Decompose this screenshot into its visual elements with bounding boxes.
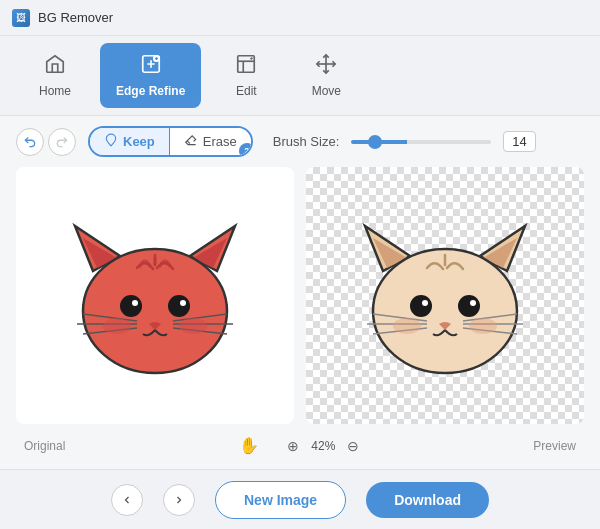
zoom-level: 42% [311, 439, 335, 453]
move-icon [315, 53, 337, 80]
download-button[interactable]: Download [366, 482, 489, 518]
nav-item-home[interactable]: Home [20, 43, 90, 108]
erase-label: Erase [203, 134, 237, 149]
next-button[interactable] [163, 484, 195, 516]
svg-point-14 [168, 295, 190, 317]
preview-cat-image [340, 206, 550, 386]
edge-refine-icon [140, 53, 162, 80]
status-bar: Original ✋ ⊕ 42% ⊖ Preview [16, 432, 584, 459]
svg-point-32 [422, 300, 428, 306]
svg-point-31 [458, 295, 480, 317]
original-cat-image [50, 206, 260, 386]
nav-edge-refine-label: Edge Refine [116, 84, 185, 98]
image-panels [16, 167, 584, 424]
brush-size-value: 14 [503, 131, 535, 152]
svg-point-23 [103, 318, 131, 334]
nav-home-label: Home [39, 84, 71, 98]
new-image-button[interactable]: New Image [215, 481, 346, 519]
keep-button[interactable]: Keep [90, 128, 169, 155]
svg-point-24 [179, 318, 207, 334]
erase-icon [184, 133, 198, 150]
preview-panel [306, 167, 584, 424]
tool-badge: 2 [239, 143, 253, 157]
zoom-in-icon[interactable]: ⊕ [287, 438, 299, 454]
main-content: Keep Erase 2 Brush Size: 14 [0, 116, 600, 469]
svg-point-15 [132, 300, 138, 306]
toolbar: Keep Erase 2 Brush Size: 14 [16, 126, 584, 157]
nav-move-label: Move [312, 84, 341, 98]
pan-tool-icon[interactable]: ✋ [239, 436, 259, 455]
svg-line-7 [187, 141, 189, 143]
keep-erase-group: Keep Erase 2 [88, 126, 253, 157]
nav-item-move[interactable]: Move [291, 43, 361, 108]
bottom-bar: New Image Download [0, 469, 600, 529]
svg-point-29 [373, 249, 517, 373]
svg-point-40 [393, 318, 421, 334]
keep-icon [104, 133, 118, 150]
undo-redo-group [16, 128, 76, 156]
preview-label: Preview [533, 439, 576, 453]
prev-button[interactable] [111, 484, 143, 516]
original-label: Original [24, 439, 65, 453]
svg-point-33 [470, 300, 476, 306]
edit-icon [235, 53, 257, 80]
redo-button[interactable] [48, 128, 76, 156]
brush-size-slider[interactable] [351, 140, 491, 144]
title-bar: 🖼 BG Remover [0, 0, 600, 36]
nav-edit-label: Edit [236, 84, 257, 98]
original-panel [16, 167, 294, 424]
zoom-out-icon[interactable]: ⊖ [347, 438, 359, 454]
app-icon: 🖼 [12, 9, 30, 27]
brush-size-label: Brush Size: [273, 134, 339, 149]
svg-point-12 [83, 249, 227, 373]
home-icon [44, 53, 66, 80]
svg-point-41 [469, 318, 497, 334]
app-title: BG Remover [38, 10, 113, 25]
svg-point-30 [410, 295, 432, 317]
svg-point-16 [180, 300, 186, 306]
nav-item-edit[interactable]: Edit [211, 43, 281, 108]
svg-point-13 [120, 295, 142, 317]
nav-item-edge-refine[interactable]: Edge Refine [100, 43, 201, 108]
undo-button[interactable] [16, 128, 44, 156]
nav-bar: Home Edge Refine Edit [0, 36, 600, 116]
keep-label: Keep [123, 134, 155, 149]
